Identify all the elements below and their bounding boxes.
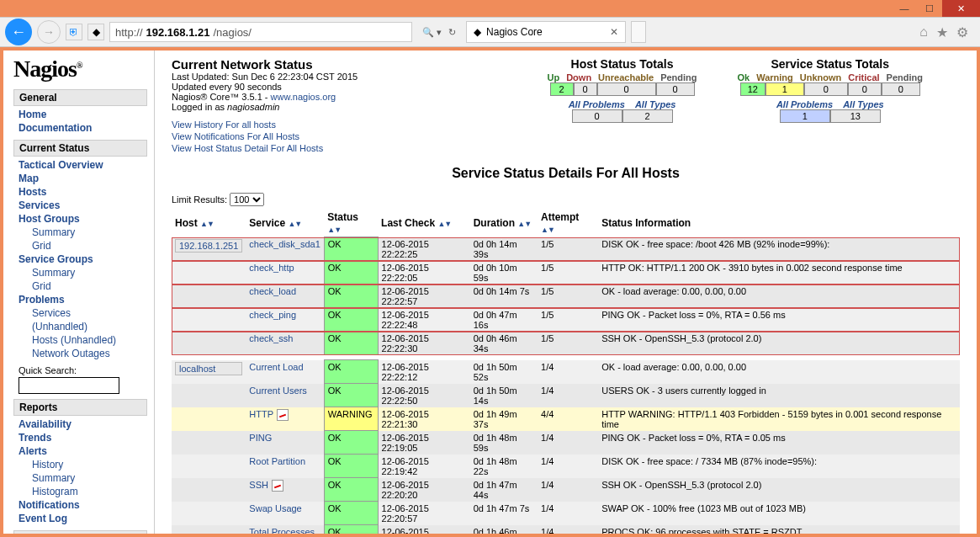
address-bar[interactable]: http://192.168.1.21/nagios/ xyxy=(109,22,412,42)
nav-p-services[interactable]: Services xyxy=(13,306,147,320)
sort-icon[interactable]: ▲▼ xyxy=(200,220,214,228)
sort-icon[interactable]: ▲▼ xyxy=(517,220,531,228)
nav-back-button[interactable]: ← xyxy=(5,19,32,45)
host-col-pending[interactable]: Pending xyxy=(657,72,700,82)
tools-icon[interactable]: ⚙ xyxy=(956,24,968,40)
nav-hostgroups[interactable]: Host Groups xyxy=(13,212,147,226)
limit-select[interactable]: 100 xyxy=(230,193,264,206)
link-view-history[interactable]: View History For all hosts xyxy=(172,119,358,130)
nav-alerts[interactable]: Alerts xyxy=(13,444,147,458)
svc-val-unknown[interactable]: 0 xyxy=(804,82,848,96)
nav-servicegroups[interactable]: Service Groups xyxy=(13,253,147,266)
host-sub-types[interactable]: All Types xyxy=(630,99,681,109)
maximize-button[interactable]: ☐ xyxy=(917,0,942,17)
sort-icon[interactable]: ▲▼ xyxy=(288,220,301,228)
svc-val-problems[interactable]: 1 xyxy=(780,109,830,123)
sort-icon[interactable]: ▲▼ xyxy=(327,226,341,234)
nav-a-summary[interactable]: Summary xyxy=(13,471,147,485)
nav-a-histogram[interactable]: Histogram xyxy=(13,485,147,498)
nav-services[interactable]: Services xyxy=(13,199,147,212)
link-view-host-detail[interactable]: View Host Status Detail For All Hosts xyxy=(172,142,358,154)
col-duration[interactable]: Duration ▲▼ xyxy=(470,210,538,237)
host-val-up[interactable]: 2 xyxy=(550,82,574,96)
search-icon[interactable]: 🔍 ▾ xyxy=(422,27,442,38)
svc-val-pending[interactable]: 0 xyxy=(882,82,920,96)
svc-col-ok[interactable]: Ok xyxy=(734,72,754,82)
browser-tab[interactable]: ◆ Nagios Core ✕ xyxy=(466,21,626,43)
service-link[interactable]: check_ssh xyxy=(249,333,293,343)
nav-sg-summary[interactable]: Summary xyxy=(13,266,147,279)
svc-col-crit[interactable]: Critical xyxy=(845,72,882,82)
nagios-org-link[interactable]: www.nagios.org xyxy=(271,92,336,102)
close-button[interactable]: ✕ xyxy=(942,0,980,17)
nav-a-history[interactable]: History xyxy=(13,458,147,471)
svc-sub-types[interactable]: All Types xyxy=(838,99,889,109)
service-link[interactable]: Swap Usage xyxy=(249,503,301,513)
nav-p-unhandled-1[interactable]: (Unhandled) xyxy=(13,320,147,333)
service-link[interactable]: check_http xyxy=(249,263,294,273)
host-val-unreach[interactable]: 0 xyxy=(597,82,656,96)
svc-col-unknown[interactable]: Unknown xyxy=(797,72,845,82)
host-sub-problems[interactable]: All Problems xyxy=(564,99,630,109)
service-link[interactable]: check_disk_sda1 xyxy=(249,239,320,249)
quick-search-input[interactable] xyxy=(19,377,119,394)
service-link[interactable]: Total Processes xyxy=(249,527,315,534)
refresh-icon[interactable]: ↻ xyxy=(448,27,456,38)
svc-val-warn[interactable]: 1 xyxy=(765,82,804,96)
host-col-down[interactable]: Down xyxy=(563,72,595,82)
nav-sg-grid[interactable]: Grid xyxy=(13,279,147,293)
host-link[interactable]: localhost xyxy=(175,362,242,375)
service-link[interactable]: PING xyxy=(249,433,272,443)
service-link[interactable]: check_load xyxy=(249,286,296,296)
service-link[interactable]: HTTP xyxy=(249,409,273,419)
col-host[interactable]: Host ▲▼ xyxy=(172,210,246,237)
nav-trends[interactable]: Trends xyxy=(13,431,147,444)
host-val-pending[interactable]: 0 xyxy=(656,82,695,96)
nav-eventlog[interactable]: Event Log xyxy=(13,512,147,525)
svc-col-warn[interactable]: Warning xyxy=(753,72,797,82)
service-link[interactable]: Root Partition xyxy=(249,456,305,466)
lastcheck-cell: 12-06-2015 22:20:57 xyxy=(378,502,470,525)
host-col-up[interactable]: Up xyxy=(543,72,563,82)
sort-icon[interactable]: ▲▼ xyxy=(541,226,554,234)
sort-icon[interactable]: ▲▼ xyxy=(437,220,451,228)
nav-forward-button[interactable]: → xyxy=(37,20,61,44)
nav-hosts[interactable]: Hosts xyxy=(13,185,147,199)
col-attempt[interactable]: Attempt ▲▼ xyxy=(538,210,598,237)
nav-home[interactable]: Home xyxy=(13,108,147,121)
host-val-types[interactable]: 2 xyxy=(622,109,673,123)
svc-col-pending[interactable]: Pending xyxy=(883,72,926,82)
col-lastcheck[interactable]: Last Check ▲▼ xyxy=(378,210,470,237)
nav-notifications[interactable]: Notifications xyxy=(13,498,147,512)
host-link[interactable]: 192.168.1.251 xyxy=(175,239,242,253)
svc-val-types[interactable]: 13 xyxy=(830,109,881,123)
tab-close-icon[interactable]: ✕ xyxy=(610,26,618,38)
nav-tactical[interactable]: Tactical Overview xyxy=(13,158,147,172)
nav-hg-grid[interactable]: Grid xyxy=(13,239,147,253)
col-status[interactable]: Status ▲▼ xyxy=(324,210,378,237)
favorites-icon[interactable]: ★ xyxy=(936,24,948,40)
service-link[interactable]: check_ping xyxy=(249,310,296,320)
svc-sub-problems[interactable]: All Problems xyxy=(771,99,838,109)
service-link[interactable]: Current Users xyxy=(249,385,306,396)
col-service[interactable]: Service ▲▼ xyxy=(246,210,324,237)
nav-availability[interactable]: Availability xyxy=(13,417,147,431)
host-val-problems[interactable]: 0 xyxy=(572,109,622,123)
minimize-button[interactable]: — xyxy=(892,0,917,17)
nav-problems[interactable]: Problems xyxy=(13,293,147,306)
nav-documentation[interactable]: Documentation xyxy=(13,121,147,135)
svc-val-crit[interactable]: 0 xyxy=(848,82,882,96)
svc-val-ok[interactable]: 12 xyxy=(740,82,765,96)
shield-icon[interactable]: ⛨ xyxy=(66,24,82,40)
link-view-notifications[interactable]: View Notifications For All Hosts xyxy=(172,130,358,142)
service-link[interactable]: Current Load xyxy=(249,362,303,372)
host-val-down[interactable]: 0 xyxy=(574,82,597,96)
nav-map[interactable]: Map xyxy=(13,172,147,185)
new-tab-button[interactable] xyxy=(631,21,646,43)
service-link[interactable]: SSH xyxy=(249,480,268,490)
nav-p-hosts[interactable]: Hosts (Unhandled) xyxy=(13,333,147,347)
home-icon[interactable]: ⌂ xyxy=(919,24,928,40)
host-col-unreach[interactable]: Unreachable xyxy=(595,72,657,82)
nav-hg-summary[interactable]: Summary xyxy=(13,226,147,239)
nav-p-outages[interactable]: Network Outages xyxy=(13,347,147,360)
